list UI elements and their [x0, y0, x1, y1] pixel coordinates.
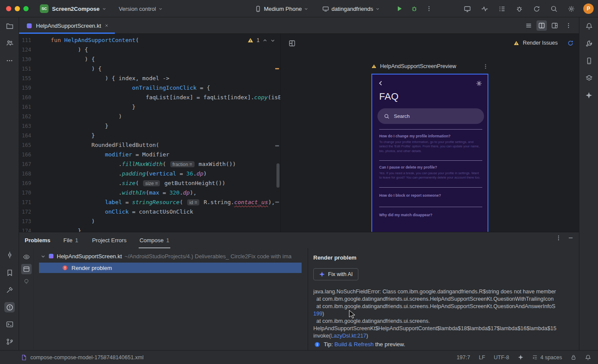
inspections-widget[interactable]: 1 — [247, 37, 275, 43]
code-line-155[interactable]: 155) { index, model -> — [19, 74, 280, 83]
next-issue-icon[interactable] — [270, 38, 275, 43]
details-pane-toggle-icon[interactable] — [21, 264, 32, 274]
refresh-preview-icon[interactable] — [567, 40, 574, 46]
encoding-indicator[interactable]: UTF-8 — [494, 354, 509, 361]
device-manager-tool-icon[interactable] — [584, 55, 594, 66]
hide-panel-icon[interactable] — [568, 235, 574, 241]
commit-tool-icon[interactable] — [4, 250, 15, 260]
stripe-mark[interactable] — [275, 145, 279, 146]
editor-options-kebab[interactable] — [563, 20, 574, 31]
app-quality-insights-icon[interactable] — [514, 3, 524, 14]
gradle-sync-icon[interactable] — [531, 3, 542, 14]
indent-indicator[interactable]: 4 spaces — [532, 354, 562, 361]
code-line-165[interactable]: 165RoundedFilledButton( — [19, 140, 280, 150]
device-selector[interactable]: Medium Phone — [255, 0, 308, 17]
todo-list-icon[interactable] — [497, 3, 507, 14]
preview-grid-layout-icon[interactable] — [287, 38, 297, 49]
project-tool-icon[interactable] — [4, 21, 15, 31]
status-file[interactable]: compose-compose-model-1758748140651.xml — [21, 354, 143, 361]
code-line-174[interactable]: 174} — [19, 226, 280, 232]
problems-file-row[interactable]: HelpAndSupportScreen.kt ~/AndroidStudioP… — [39, 251, 308, 261]
close-tab-icon[interactable] — [104, 23, 109, 28]
tab-file[interactable]: File1 — [63, 232, 78, 248]
code-line-173[interactable]: 173) — [19, 217, 280, 226]
code-line-130[interactable]: 130) { — [19, 55, 280, 64]
render-issues-status[interactable]: Render Issues — [514, 34, 574, 52]
preview-layout-icon[interactable] — [549, 20, 560, 31]
cursor-position-indicator[interactable]: 197:7 — [457, 354, 470, 361]
people-tool-icon[interactable] — [4, 38, 15, 48]
stack-trace-link[interactable]: LazyDsl.kt:217 — [331, 333, 366, 339]
code-line-169[interactable]: 169.size( size = getButtonHeight()) — [19, 179, 280, 188]
render-problem-row[interactable]: Render problem — [39, 263, 302, 273]
code-line-166[interactable]: 166modifier = Modifier — [19, 150, 280, 159]
vcs-menu[interactable]: Version control — [119, 0, 162, 17]
close-window-button[interactable] — [6, 6, 11, 11]
minimize-window-button[interactable] — [15, 6, 20, 11]
notifications-icon[interactable] — [585, 354, 591, 361]
code-line-167[interactable]: 167.fillMaxWidth( fraction = maxWidth()) — [19, 159, 280, 169]
resource-manager-tool-icon[interactable] — [584, 73, 594, 83]
search-icon[interactable] — [549, 3, 559, 14]
code-line-168[interactable]: 168.padding(vertical = 36.dp) — [19, 169, 280, 179]
phone-preview-frame[interactable]: FAQ Search How do I change my profile in… — [371, 74, 488, 232]
panel-options-kebab[interactable] — [556, 235, 562, 241]
tab-project-errors[interactable]: Project Errors — [92, 232, 126, 248]
preview-options-kebab[interactable] — [483, 64, 488, 69]
build-refresh-link[interactable]: Build & Refresh — [335, 341, 374, 348]
line-separator-indicator[interactable]: LF — [479, 354, 485, 361]
code-line-171[interactable]: 171label = stringResource( id = R.string… — [19, 198, 280, 207]
lightbulb-icon[interactable] — [21, 276, 32, 286]
split-editor-icon[interactable] — [536, 20, 547, 31]
faq-item-3[interactable]: How do I block or report someone? — [379, 187, 482, 207]
settings-gear-icon[interactable] — [474, 78, 484, 88]
code-line-160[interactable]: 160faqList[index] = faqList[index].copy(… — [19, 93, 280, 102]
user-avatar[interactable]: P — [583, 3, 594, 14]
code-line-164[interactable]: 164} — [19, 131, 280, 140]
zoom-window-button[interactable] — [23, 6, 29, 11]
faq-item-2[interactable]: Can I pause or delete my profile?Yes. If… — [379, 160, 482, 187]
editor-scrollbar[interactable] — [276, 163, 280, 188]
lock-icon[interactable] — [571, 354, 576, 360]
settings-gear-icon[interactable] — [566, 3, 576, 14]
project-menu[interactable]: Screen2Compose — [52, 0, 106, 17]
ai-status-icon[interactable] — [518, 354, 523, 360]
layout-inspector-icon[interactable] — [462, 3, 472, 14]
code-line-163[interactable]: 163} — [19, 121, 280, 131]
gradle-tool-icon[interactable] — [584, 38, 594, 49]
chevron-down-icon[interactable] — [41, 254, 46, 259]
code-editor[interactable]: 111fun HelpAndSupportContent(124) {130) … — [19, 34, 280, 232]
back-chevron-icon[interactable] — [376, 78, 386, 88]
preview-eye-icon[interactable] — [21, 252, 32, 262]
stripe-mark[interactable] — [275, 202, 279, 203]
code-line-172[interactable]: 172onClick = contactUsOnClick — [19, 207, 280, 217]
profiler-icon[interactable] — [479, 3, 490, 14]
code-line-111[interactable]: 111fun HelpAndSupportContent( — [19, 36, 280, 45]
code-line-161[interactable]: 161} — [19, 102, 280, 112]
code-line-170[interactable]: 170.widthIn(max = 320.dp), — [19, 188, 280, 198]
faq-item-4[interactable]: Why did my match disappear? — [379, 207, 482, 226]
tab-compose[interactable]: Compose1 — [140, 232, 169, 248]
problems-tool-icon[interactable] — [4, 302, 15, 312]
run-configuration-selector[interactable]: datingandfriends — [322, 0, 380, 17]
run-button[interactable] — [394, 3, 405, 14]
code-line-162[interactable]: 162) — [19, 112, 280, 121]
version-control-tool-icon[interactable] — [4, 336, 15, 347]
faq-item-1[interactable]: How do I change my profile information?T… — [379, 129, 482, 160]
warning-stripe-mark[interactable] — [275, 68, 279, 69]
fix-with-ai-button[interactable]: Fix with AI — [313, 268, 358, 280]
code-line-124[interactable]: 124) { — [19, 45, 280, 55]
previous-issue-icon[interactable] — [263, 38, 267, 43]
bookmarks-tool-icon[interactable] — [4, 267, 15, 278]
editor-list-icon[interactable] — [523, 20, 534, 31]
faq-search-bar[interactable]: Search — [377, 108, 484, 124]
more-tool-windows-icon[interactable] — [4, 55, 15, 66]
code-line-159[interactable]: 159onTrailingIconClick = { — [19, 83, 280, 93]
ai-assistant-tool-icon[interactable] — [584, 90, 594, 101]
notifications-tool-icon[interactable] — [584, 21, 594, 31]
build-tool-icon[interactable] — [4, 285, 15, 295]
tab-helpandsupportscreen[interactable]: HelpAndSupportScreen.kt — [19, 17, 115, 34]
stack-trace-link[interactable]: 199 — [313, 311, 322, 317]
code-line-151[interactable]: 151) { — [19, 64, 280, 74]
more-run-options-kebab[interactable] — [424, 3, 434, 14]
